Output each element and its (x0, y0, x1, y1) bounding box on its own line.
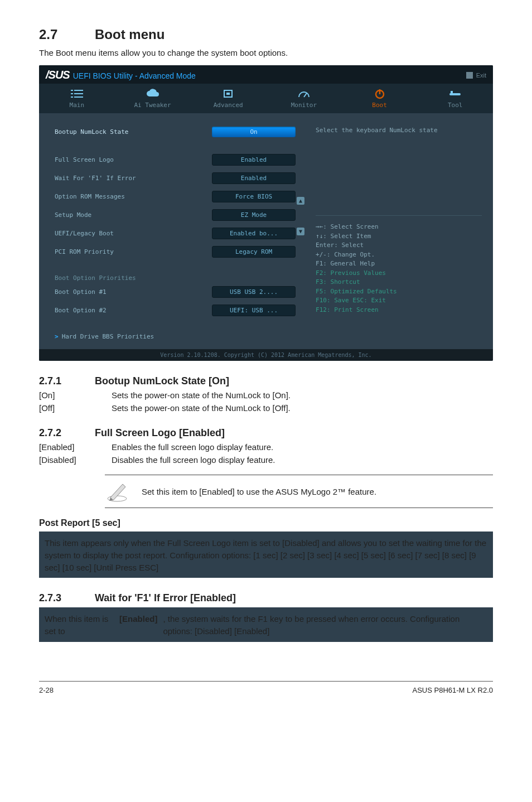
svg-rect-0 (71, 90, 73, 91)
hint: F10: Save ESC: Exit (316, 296, 482, 306)
tab-label: Main (39, 102, 115, 109)
exit-label: Exit (476, 72, 486, 79)
setting-value[interactable]: Enabled (212, 172, 296, 184)
setting-label: Bootup NumLock State (55, 128, 128, 136)
power-icon (342, 87, 418, 100)
subsection-title: Wait for 'F1' If Error [Enabled] (95, 592, 236, 603)
option-key: [On] (39, 390, 112, 400)
setting-label: PCI ROM Priority (55, 248, 114, 255)
cloud-icon (115, 87, 191, 100)
tab-tool[interactable]: Tool (417, 84, 493, 113)
subsection-272: 2.7.2Full Screen Logo [Enabled] (39, 427, 493, 439)
boot-priorities-heading: Boot Option Priorities (55, 274, 296, 282)
setting-pci-rom[interactable]: PCI ROM Priority Legacy ROM (55, 246, 296, 258)
hint: Enter: Select (316, 241, 482, 250)
setting-numlock[interactable]: Bootup NumLock State On (55, 127, 296, 137)
hint: F3: Shortcut (316, 278, 482, 287)
svg-line-8 (304, 93, 307, 97)
svg-rect-3 (74, 93, 83, 94)
subsection-273: 2.7.3Wait for 'F1' If Error [Enabled] (39, 592, 493, 604)
setting-value[interactable]: UEFI: USB ... (212, 305, 296, 316)
bios-title: UEFI BIOS Utility - Advanced Mode (73, 71, 196, 80)
tab-label: Advanced (190, 102, 266, 109)
setting-label: UEFI/Legacy Boot (55, 230, 114, 237)
section-heading: 2.7Boot menu (39, 27, 493, 42)
tab-main[interactable]: Main (39, 84, 115, 113)
list-icon (39, 87, 115, 100)
help-text: Select the keyboard NumLock state (316, 127, 482, 216)
tab-label: Ai Tweaker (115, 102, 191, 109)
option-enabled: [Enabled] Enables the full screen logo d… (39, 442, 493, 452)
scroll-down-button[interactable]: ▼ (297, 228, 304, 235)
svg-rect-1 (74, 90, 83, 91)
option-key: [Disabled] (39, 455, 112, 465)
hint: F5: Optimized Defaults (316, 287, 482, 297)
setting-label: Boot Option #2 (55, 307, 107, 314)
chip-icon (190, 87, 266, 100)
setting-value[interactable]: On (212, 127, 296, 137)
bios-titlebar: /SUS UEFI BIOS Utility - Advanced Mode E… (39, 65, 493, 84)
option-off: [Off] Sets the power-on state of the Num… (39, 403, 493, 413)
boot-option-2[interactable]: Boot Option #2 UEFI: USB ... (55, 305, 296, 316)
option-key: [Enabled] (39, 442, 112, 452)
hard-drive-bbs-link[interactable]: >Hard Drive BBS Priorities (55, 333, 296, 340)
svg-rect-11 (449, 93, 461, 95)
link-label: Hard Drive BBS Priorities (62, 333, 154, 340)
setting-label: Boot Option #1 (55, 288, 107, 296)
boot-option-1[interactable]: Boot Option #1 USB USB 2.... (55, 286, 296, 298)
svg-rect-4 (71, 96, 73, 98)
scroll-up-button[interactable]: ▲ (297, 197, 304, 205)
setting-fullscreen-logo[interactable]: Full Screen Logo Enabled (55, 154, 296, 166)
section-title: Boot menu (95, 27, 165, 42)
key-hints: →←: Select Screen ↑↓: Select Item Enter:… (316, 223, 482, 315)
hint: →←: Select Screen (316, 223, 482, 232)
post-report-text: This item appears only when the Full Scr… (39, 532, 493, 578)
option-desc: Sets the power-on state of the NumLock t… (112, 403, 493, 413)
note-box: Set this item to [Enabled] to use the AS… (105, 475, 493, 508)
brand-logo: /SUS (46, 69, 70, 81)
tab-monitor[interactable]: Monitor (266, 84, 342, 113)
subsection-number: 2.7.1 (39, 375, 95, 387)
setting-value[interactable]: USB USB 2.... (212, 286, 296, 298)
manual-model: ASUS P8H61-M LX R2.0 (412, 686, 493, 694)
hint: +/-: Change Opt. (316, 250, 482, 260)
wait-f1-text: When this item is set to [Enabled], the … (39, 607, 493, 642)
option-disabled: [Disabled] Disables the full screen logo… (39, 455, 493, 465)
option-desc: Disables the full screen logo display fe… (112, 455, 493, 465)
setting-value[interactable]: Legacy ROM (212, 246, 296, 258)
page-footer: 2-28 ASUS P8H61-M LX R2.0 (39, 681, 493, 694)
text-bold: [Enabled] (119, 613, 157, 637)
subsection-271: 2.7.1Bootup NumLock State [On] (39, 375, 493, 387)
subsection-number: 2.7.2 (39, 427, 95, 439)
hint: F1: General Help (316, 259, 482, 269)
setting-wait-f1[interactable]: Wait For 'F1' If Error Enabled (55, 172, 296, 184)
subsection-title: Full Screen Logo [Enabled] (95, 427, 225, 438)
text-fragment: When this item is set to (45, 613, 114, 637)
tab-label: Boot (342, 102, 418, 109)
setting-value[interactable]: Enabled (212, 154, 296, 166)
setting-value[interactable]: EZ Mode (212, 209, 296, 221)
svg-rect-7 (226, 93, 230, 95)
tab-advanced[interactable]: Advanced (190, 84, 266, 113)
subsection-number: 2.7.3 (39, 592, 95, 604)
setting-option-rom[interactable]: Option ROM Messages Force BIOS (55, 191, 296, 202)
setting-label: Wait For 'F1' If Error (55, 175, 136, 182)
tab-boot[interactable]: Boot (342, 84, 418, 113)
note-text: Set this item to [Enabled] to use the AS… (142, 487, 376, 496)
tool-icon (417, 87, 493, 100)
setting-value[interactable]: Enabled bo... (212, 228, 296, 239)
setting-setup-mode[interactable]: Setup Mode EZ Mode (55, 209, 296, 221)
setting-value[interactable]: Force BIOS (212, 191, 296, 202)
bios-left-pane: Bootup NumLock State On Full Screen Logo… (45, 119, 301, 345)
svg-rect-2 (71, 93, 73, 94)
exit-button[interactable]: Exit (466, 72, 486, 79)
gauge-icon (266, 87, 342, 100)
tab-ai-tweaker[interactable]: Ai Tweaker (115, 84, 191, 113)
tab-label: Tool (417, 102, 493, 109)
hint: F12: Print Screen (316, 306, 482, 315)
bios-right-pane: Select the keyboard NumLock state →←: Se… (307, 119, 487, 345)
option-desc: Sets the power-on state of the NumLock t… (112, 390, 493, 400)
setting-uefi-legacy[interactable]: UEFI/Legacy Boot Enabled bo... (55, 228, 296, 239)
setting-label: Full Screen Logo (55, 156, 114, 163)
option-desc: Enables the full screen logo display fea… (112, 442, 493, 452)
